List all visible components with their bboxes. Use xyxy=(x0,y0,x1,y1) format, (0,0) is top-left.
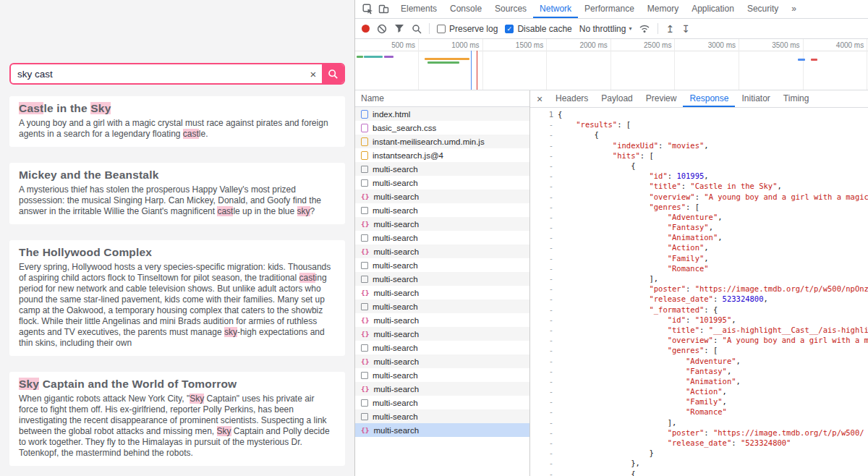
code-line: - "hits": [ xyxy=(530,150,868,161)
detail-tab-headers[interactable]: Headers xyxy=(549,90,595,107)
tab-console[interactable]: Console xyxy=(443,0,488,18)
search-button[interactable] xyxy=(322,64,344,83)
checkbox-checked-icon[interactable]: ✓ xyxy=(505,25,514,33)
throttling-select[interactable]: No throttling ▾ xyxy=(579,24,632,34)
doc-file-icon xyxy=(361,110,368,119)
request-row[interactable]: {}multi-search xyxy=(355,354,529,368)
fold-marker[interactable]: - xyxy=(530,386,558,396)
request-list-header[interactable]: Name xyxy=(355,90,529,107)
detail-tab-preview[interactable]: Preview xyxy=(639,90,684,107)
code-line: - "title": "__ais-highlight__Cast__/ais-… xyxy=(530,325,868,335)
record-button[interactable] xyxy=(362,25,370,33)
detail-tab-payload[interactable]: Payload xyxy=(595,90,639,107)
request-row[interactable]: {}multi-search xyxy=(355,190,529,203)
fold-marker[interactable]: - xyxy=(530,140,558,150)
tab-security[interactable]: Security xyxy=(741,0,785,18)
fold-marker[interactable]: - xyxy=(530,129,558,140)
tab-sources[interactable]: Sources xyxy=(488,0,533,18)
disable-cache-checkbox[interactable]: ✓ Disable cache xyxy=(505,24,571,34)
request-row[interactable]: multi-search xyxy=(355,258,529,272)
fold-marker[interactable]: - xyxy=(530,253,558,263)
request-row[interactable]: {}multi-search xyxy=(355,327,529,341)
request-row[interactable]: instant-meilisearch.umd.min.js xyxy=(355,135,529,148)
fold-marker[interactable]: - xyxy=(530,315,558,325)
network-conditions-icon[interactable] xyxy=(639,24,650,33)
request-row[interactable]: index.html xyxy=(355,107,529,121)
upload-icon[interactable]: ↥ xyxy=(665,23,674,35)
code-text: { xyxy=(558,129,599,140)
fold-marker[interactable]: - xyxy=(530,242,558,252)
network-timeline[interactable]: 500 ms1000 ms1500 ms2000 ms2500 ms3000 m… xyxy=(355,39,868,90)
request-row[interactable]: multi-search xyxy=(355,341,529,354)
fold-marker[interactable]: - xyxy=(530,171,558,181)
fold-marker[interactable]: - xyxy=(530,396,558,407)
fold-marker[interactable]: - xyxy=(530,212,558,222)
fold-marker[interactable]: - xyxy=(530,356,558,366)
search-network-icon[interactable] xyxy=(412,24,422,34)
detail-tab-response[interactable]: Response xyxy=(683,90,735,107)
fold-marker[interactable]: - xyxy=(530,438,558,448)
fold-marker[interactable]: - xyxy=(530,222,558,232)
fold-marker[interactable]: - xyxy=(530,325,558,335)
request-row[interactable]: {}multi-search xyxy=(355,382,529,396)
download-icon[interactable]: ↧ xyxy=(681,23,690,35)
request-row[interactable]: multi-search xyxy=(355,176,529,190)
clear-search-icon[interactable]: × xyxy=(305,64,322,83)
request-row[interactable]: multi-search xyxy=(355,162,529,176)
tab-elements[interactable]: Elements xyxy=(394,0,443,18)
detail-tab-timing[interactable]: Timing xyxy=(777,90,816,107)
fold-marker[interactable]: - xyxy=(530,202,558,212)
filter-icon[interactable] xyxy=(394,24,404,33)
fold-marker[interactable]: - xyxy=(530,407,558,417)
fold-marker[interactable]: - xyxy=(530,232,558,242)
tab-performance[interactable]: Performance xyxy=(578,0,641,18)
request-row[interactable]: instantsearch.js@4 xyxy=(355,148,529,162)
detail-tab-initiator[interactable]: Initiator xyxy=(735,90,776,107)
fold-marker[interactable]: - xyxy=(530,273,558,284)
fold-marker[interactable]: - xyxy=(530,458,558,468)
clear-network-log-icon[interactable] xyxy=(377,24,387,34)
fold-marker[interactable]: - xyxy=(530,428,558,438)
fold-marker[interactable]: - xyxy=(530,376,558,386)
fold-marker[interactable]: - xyxy=(530,284,558,294)
tab-memory[interactable]: Memory xyxy=(641,0,685,18)
request-row[interactable]: multi-search xyxy=(355,231,529,245)
fold-marker[interactable]: - xyxy=(530,294,558,304)
request-row[interactable]: multi-search xyxy=(355,203,529,217)
search-input[interactable] xyxy=(11,64,305,83)
fold-marker[interactable]: - xyxy=(530,305,558,315)
request-row[interactable]: multi-search xyxy=(355,368,529,382)
request-row[interactable]: multi-search xyxy=(355,272,529,286)
code-token: 101995 xyxy=(676,171,704,180)
request-row[interactable]: {}multi-search xyxy=(355,286,529,299)
fold-marker[interactable]: - xyxy=(530,469,558,476)
device-toolbar-icon[interactable] xyxy=(375,1,391,17)
tab-more[interactable]: » xyxy=(785,0,803,18)
tab-application[interactable]: Application xyxy=(685,0,741,18)
request-row[interactable]: multi-search xyxy=(355,396,529,409)
fold-marker[interactable]: - xyxy=(530,150,558,161)
fold-marker[interactable]: - xyxy=(530,345,558,355)
request-row[interactable]: {}multi-search xyxy=(355,313,529,327)
fold-marker[interactable]: - xyxy=(530,119,558,129)
fold-marker[interactable]: - xyxy=(530,263,558,273)
checkbox-unchecked-icon[interactable] xyxy=(437,25,446,33)
request-row[interactable]: multi-search xyxy=(355,299,529,313)
fold-marker[interactable]: - xyxy=(530,417,558,428)
fold-marker[interactable]: - xyxy=(530,366,558,376)
fold-marker[interactable]: - xyxy=(530,181,558,191)
request-row[interactable]: multi-search xyxy=(355,409,529,423)
close-icon[interactable]: × xyxy=(530,93,549,105)
request-row[interactable]: basic_search.css xyxy=(355,121,529,135)
preserve-log-checkbox[interactable]: Preserve log xyxy=(437,24,498,34)
tab-network[interactable]: Network xyxy=(533,0,578,18)
request-row[interactable]: {}multi-search xyxy=(355,245,529,258)
request-row[interactable]: {}multi-search xyxy=(355,217,529,231)
fold-marker[interactable]: - xyxy=(530,448,558,458)
fold-marker[interactable]: - xyxy=(530,192,558,202)
request-row[interactable]: {}multi-search xyxy=(355,423,529,437)
fold-marker[interactable]: - xyxy=(530,161,558,171)
fold-marker[interactable]: - xyxy=(530,335,558,345)
timeline-overview-band[interactable] xyxy=(355,51,868,90)
inspect-icon[interactable] xyxy=(359,1,375,17)
